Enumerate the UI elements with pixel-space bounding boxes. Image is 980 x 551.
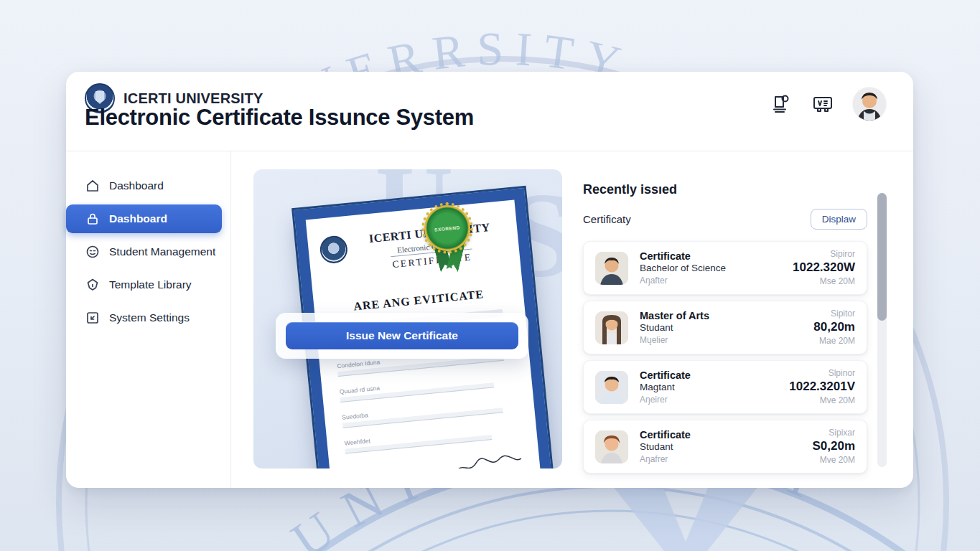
main-content: U S ICERTI UNIVERSITY Electronic Certifi… [232,151,913,488]
item-subtitle: Studant [640,322,802,334]
item-subtitle: Studant [640,441,801,453]
item-meta: Aŋafrer [640,453,801,465]
item-subtitle: Magtant [640,382,778,394]
recently-issued-section: Recently issıed Certificaty Displaw Cert… [583,169,867,474]
avatar [595,311,628,344]
ribbon-seal-icon: SXOREND [424,205,470,251]
certificate-field: Weehfdet [344,423,520,453]
certificate-field: Quuad rd usna [339,372,515,402]
app-window: ICERTI UNIVERSITY Electronic Certificate… [66,72,913,488]
avatar [595,430,628,463]
sidebar-item-system-settings[interactable]: System Settings [66,303,222,332]
item-title: Certificate [640,250,781,263]
sidebar-item-label: Dashboard [109,179,164,192]
avatar [595,371,628,404]
issue-new-certificate-button[interactable]: Issue New Certificate [286,322,518,349]
item-tag: Slpinor [789,368,855,380]
item-meta: Aŋeirer [640,394,778,405]
scrollbar-thumb[interactable] [877,193,887,321]
signature-left [345,464,406,468]
template-shape-icon [85,278,100,293]
display-button[interactable]: Displaw [811,209,867,230]
item-time: Mve 20M [789,395,855,407]
sidebar-item-student-management[interactable]: Student Management [66,237,222,266]
item-title: Certificate [640,369,778,382]
sidebar-item-template-library[interactable]: Template Library [66,270,222,299]
list-item[interactable]: Certificate Bachelor of Science Aŋafter … [583,241,867,295]
signature-right: Tonnuwan Lsanma [452,453,526,468]
item-tag: Sipixar [812,428,855,439]
page-title: Electronic Certificate Issunce System [85,105,474,131]
avatar [595,252,628,285]
home-icon [85,179,100,194]
item-title: Certificate [640,428,801,441]
sidebar-item-label: Template Library [109,278,192,291]
lock-icon [85,212,100,227]
student-face-icon [85,245,100,260]
item-tag: Sipiror [793,249,855,260]
sidebar-item-label: Dashboard [109,212,167,225]
item-value: S0,20m [812,438,855,454]
item-time: Mse 20M [793,276,855,288]
item-title: Master of Arts [640,309,802,322]
item-tag: Sipitor [813,309,855,320]
header-actions [770,88,886,121]
list-item[interactable]: Master of Arts Studant Mųelier Sipitor 8… [583,301,867,354]
item-value: 1022.3201V [789,379,855,395]
item-value: 80,20m [813,319,855,335]
item-meta: Aŋafter [640,275,781,286]
id-card-icon[interactable] [811,93,834,116]
certificate-preview-panel: U S ICERTI UNIVERSITY Electronic Certifi… [253,169,562,468]
user-avatar[interactable] [853,88,886,121]
item-time: Mae 20M [813,336,855,347]
issue-button-bar: Issue New Certificate [276,313,528,359]
certificate-logo-icon [319,235,348,264]
sidebar-item-dashboard-active[interactable]: Dashboard [66,204,222,233]
sidebar: Dashboard Dashboard Student Management T… [66,151,231,488]
certificate-list-subtitle: Certificaty [583,213,631,225]
notification-document-icon[interactable] [770,93,793,116]
list-item[interactable]: Certificate Magtant Aŋeirer Slpinor 1022… [583,360,867,414]
recently-issued-title: Recently issıed [583,182,867,197]
certificate-field: Suedotba [342,397,518,428]
list-item[interactable]: Certificate Studant Aŋafrer Sipixar S0,2… [583,420,867,474]
sidebar-item-dashboard[interactable]: Dashboard [66,171,222,200]
item-subtitle: Bachelor of Science [640,263,781,275]
sidebar-item-label: Student Management [109,245,215,258]
seal-text: SXOREND [434,225,460,232]
certificate-list: Certificate Bachelor of Science Aŋafter … [583,241,867,474]
list-scrollbar[interactable] [877,193,887,467]
sidebar-item-label: System Settings [109,311,190,324]
header: ICERTI UNIVERSITY Electronic Certificate… [66,72,913,151]
item-value: 1022.320W [793,260,855,276]
item-meta: Mųelier [640,334,802,346]
settings-box-icon [85,311,100,326]
item-time: Mve 20M [812,455,855,466]
